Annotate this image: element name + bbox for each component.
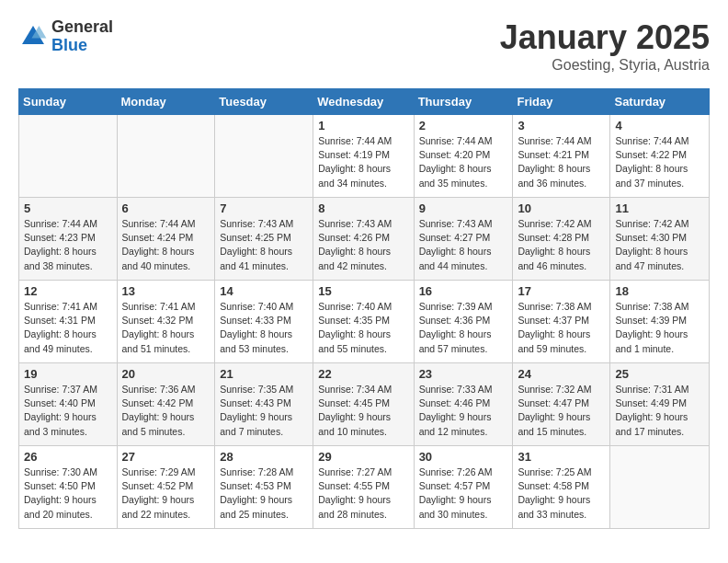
page-header: General Blue January 2025 Goesting, Styr… bbox=[18, 18, 710, 74]
calendar-cell: 21Sunrise: 7:35 AM Sunset: 4:43 PM Dayli… bbox=[215, 363, 313, 446]
weekday-row: SundayMondayTuesdayWednesdayThursdayFrid… bbox=[19, 89, 710, 115]
calendar-cell: 12Sunrise: 7:41 AM Sunset: 4:31 PM Dayli… bbox=[19, 281, 118, 363]
day-info: Sunrise: 7:27 AM Sunset: 4:55 PM Dayligh… bbox=[318, 465, 408, 522]
calendar-cell: 16Sunrise: 7:39 AM Sunset: 4:36 PM Dayli… bbox=[414, 281, 513, 363]
calendar-cell: 17Sunrise: 7:38 AM Sunset: 4:37 PM Dayli… bbox=[513, 281, 610, 363]
day-info: Sunrise: 7:44 AM Sunset: 4:23 PM Dayligh… bbox=[24, 217, 112, 273]
calendar-cell: 3Sunrise: 7:44 AM Sunset: 4:21 PM Daylig… bbox=[513, 115, 610, 198]
day-number: 3 bbox=[518, 119, 605, 132]
day-number: 8 bbox=[318, 201, 408, 215]
calendar-header: SundayMondayTuesdayWednesdayThursdayFrid… bbox=[19, 89, 710, 115]
calendar-cell: 31Sunrise: 7:25 AM Sunset: 4:58 PM Dayli… bbox=[513, 446, 610, 529]
day-number: 19 bbox=[24, 367, 112, 381]
calendar-cell: 13Sunrise: 7:41 AM Sunset: 4:32 PM Dayli… bbox=[117, 281, 215, 363]
day-number: 21 bbox=[220, 367, 308, 381]
day-number: 10 bbox=[518, 201, 605, 215]
day-number: 23 bbox=[419, 367, 508, 381]
day-number: 12 bbox=[24, 284, 112, 298]
day-info: Sunrise: 7:25 AM Sunset: 4:58 PM Dayligh… bbox=[518, 465, 605, 522]
day-info: Sunrise: 7:34 AM Sunset: 4:45 PM Dayligh… bbox=[318, 383, 408, 439]
day-info: Sunrise: 7:43 AM Sunset: 4:26 PM Dayligh… bbox=[318, 217, 408, 273]
calendar-cell: 30Sunrise: 7:26 AM Sunset: 4:57 PM Dayli… bbox=[414, 446, 513, 529]
month-title: January 2025 bbox=[500, 18, 710, 57]
calendar-cell: 25Sunrise: 7:31 AM Sunset: 4:49 PM Dayli… bbox=[610, 363, 710, 446]
calendar-cell: 24Sunrise: 7:32 AM Sunset: 4:47 PM Dayli… bbox=[513, 363, 610, 446]
title-block: January 2025 Goesting, Styria, Austria bbox=[500, 18, 710, 74]
day-info: Sunrise: 7:43 AM Sunset: 4:27 PM Dayligh… bbox=[419, 217, 508, 273]
day-info: Sunrise: 7:44 AM Sunset: 4:21 PM Dayligh… bbox=[518, 134, 605, 190]
calendar-cell: 6Sunrise: 7:44 AM Sunset: 4:24 PM Daylig… bbox=[117, 198, 215, 281]
calendar-cell bbox=[117, 115, 215, 198]
day-number: 30 bbox=[419, 450, 508, 464]
day-info: Sunrise: 7:31 AM Sunset: 4:49 PM Dayligh… bbox=[615, 383, 704, 439]
calendar-week-row: 5Sunrise: 7:44 AM Sunset: 4:23 PM Daylig… bbox=[19, 198, 710, 281]
calendar-cell: 18Sunrise: 7:38 AM Sunset: 4:39 PM Dayli… bbox=[610, 281, 710, 363]
day-number: 22 bbox=[318, 367, 408, 381]
day-info: Sunrise: 7:44 AM Sunset: 4:20 PM Dayligh… bbox=[419, 134, 508, 190]
calendar-cell: 7Sunrise: 7:43 AM Sunset: 4:25 PM Daylig… bbox=[215, 198, 313, 281]
day-info: Sunrise: 7:42 AM Sunset: 4:28 PM Dayligh… bbox=[518, 217, 605, 273]
calendar-cell: 22Sunrise: 7:34 AM Sunset: 4:45 PM Dayli… bbox=[313, 363, 414, 446]
day-info: Sunrise: 7:38 AM Sunset: 4:39 PM Dayligh… bbox=[615, 300, 704, 356]
weekday-header: Tuesday bbox=[215, 89, 313, 115]
weekday-header: Saturday bbox=[610, 89, 710, 115]
day-number: 7 bbox=[220, 201, 308, 215]
day-info: Sunrise: 7:39 AM Sunset: 4:36 PM Dayligh… bbox=[419, 300, 508, 356]
calendar-cell bbox=[610, 446, 710, 529]
calendar-week-row: 26Sunrise: 7:30 AM Sunset: 4:50 PM Dayli… bbox=[19, 446, 710, 529]
day-number: 15 bbox=[318, 284, 408, 298]
day-info: Sunrise: 7:29 AM Sunset: 4:52 PM Dayligh… bbox=[122, 465, 210, 522]
day-number: 17 bbox=[518, 284, 605, 298]
day-info: Sunrise: 7:41 AM Sunset: 4:32 PM Dayligh… bbox=[122, 300, 210, 356]
calendar-cell: 15Sunrise: 7:40 AM Sunset: 4:35 PM Dayli… bbox=[313, 281, 414, 363]
day-info: Sunrise: 7:38 AM Sunset: 4:37 PM Dayligh… bbox=[518, 300, 605, 356]
calendar-cell: 2Sunrise: 7:44 AM Sunset: 4:20 PM Daylig… bbox=[414, 115, 513, 198]
calendar-cell: 11Sunrise: 7:42 AM Sunset: 4:30 PM Dayli… bbox=[610, 198, 710, 281]
day-number: 24 bbox=[518, 367, 605, 381]
day-number: 9 bbox=[419, 201, 508, 215]
calendar-table: SundayMondayTuesdayWednesdayThursdayFrid… bbox=[18, 88, 710, 529]
day-number: 6 bbox=[122, 201, 210, 215]
day-number: 4 bbox=[615, 119, 704, 132]
day-number: 13 bbox=[122, 284, 210, 298]
logo-general: General bbox=[51, 18, 113, 37]
day-info: Sunrise: 7:28 AM Sunset: 4:53 PM Dayligh… bbox=[220, 465, 308, 522]
day-info: Sunrise: 7:44 AM Sunset: 4:22 PM Dayligh… bbox=[615, 134, 704, 190]
calendar-week-row: 19Sunrise: 7:37 AM Sunset: 4:40 PM Dayli… bbox=[19, 363, 710, 446]
calendar-cell: 4Sunrise: 7:44 AM Sunset: 4:22 PM Daylig… bbox=[610, 115, 710, 198]
day-info: Sunrise: 7:40 AM Sunset: 4:33 PM Dayligh… bbox=[220, 300, 308, 356]
day-number: 25 bbox=[615, 367, 704, 381]
day-info: Sunrise: 7:35 AM Sunset: 4:43 PM Dayligh… bbox=[220, 383, 308, 439]
day-info: Sunrise: 7:40 AM Sunset: 4:35 PM Dayligh… bbox=[318, 300, 408, 356]
logo-text: General Blue bbox=[51, 18, 113, 55]
calendar-week-row: 12Sunrise: 7:41 AM Sunset: 4:31 PM Dayli… bbox=[19, 281, 710, 363]
weekday-header: Sunday bbox=[19, 89, 118, 115]
calendar-cell bbox=[19, 115, 118, 198]
weekday-header: Wednesday bbox=[313, 89, 414, 115]
calendar-cell: 14Sunrise: 7:40 AM Sunset: 4:33 PM Dayli… bbox=[215, 281, 313, 363]
day-info: Sunrise: 7:36 AM Sunset: 4:42 PM Dayligh… bbox=[122, 383, 210, 439]
logo: General Blue bbox=[18, 18, 113, 55]
day-number: 31 bbox=[518, 450, 605, 464]
day-number: 11 bbox=[615, 201, 704, 215]
calendar-cell: 8Sunrise: 7:43 AM Sunset: 4:26 PM Daylig… bbox=[313, 198, 414, 281]
day-info: Sunrise: 7:44 AM Sunset: 4:19 PM Dayligh… bbox=[318, 134, 408, 190]
day-number: 16 bbox=[419, 284, 508, 298]
calendar-cell: 9Sunrise: 7:43 AM Sunset: 4:27 PM Daylig… bbox=[414, 198, 513, 281]
day-number: 14 bbox=[220, 284, 308, 298]
calendar-cell: 28Sunrise: 7:28 AM Sunset: 4:53 PM Dayli… bbox=[215, 446, 313, 529]
calendar-cell: 29Sunrise: 7:27 AM Sunset: 4:55 PM Dayli… bbox=[313, 446, 414, 529]
weekday-header: Friday bbox=[513, 89, 610, 115]
day-number: 5 bbox=[24, 201, 112, 215]
day-number: 29 bbox=[318, 450, 408, 464]
calendar-cell bbox=[215, 115, 313, 198]
day-info: Sunrise: 7:30 AM Sunset: 4:50 PM Dayligh… bbox=[24, 465, 112, 522]
calendar-cell: 20Sunrise: 7:36 AM Sunset: 4:42 PM Dayli… bbox=[117, 363, 215, 446]
calendar-cell: 19Sunrise: 7:37 AM Sunset: 4:40 PM Dayli… bbox=[19, 363, 118, 446]
day-info: Sunrise: 7:43 AM Sunset: 4:25 PM Dayligh… bbox=[220, 217, 308, 273]
day-info: Sunrise: 7:37 AM Sunset: 4:40 PM Dayligh… bbox=[24, 383, 112, 439]
day-info: Sunrise: 7:41 AM Sunset: 4:31 PM Dayligh… bbox=[24, 300, 112, 356]
logo-icon bbox=[18, 22, 48, 52]
day-info: Sunrise: 7:32 AM Sunset: 4:47 PM Dayligh… bbox=[518, 383, 605, 439]
logo-blue: Blue bbox=[51, 37, 113, 55]
